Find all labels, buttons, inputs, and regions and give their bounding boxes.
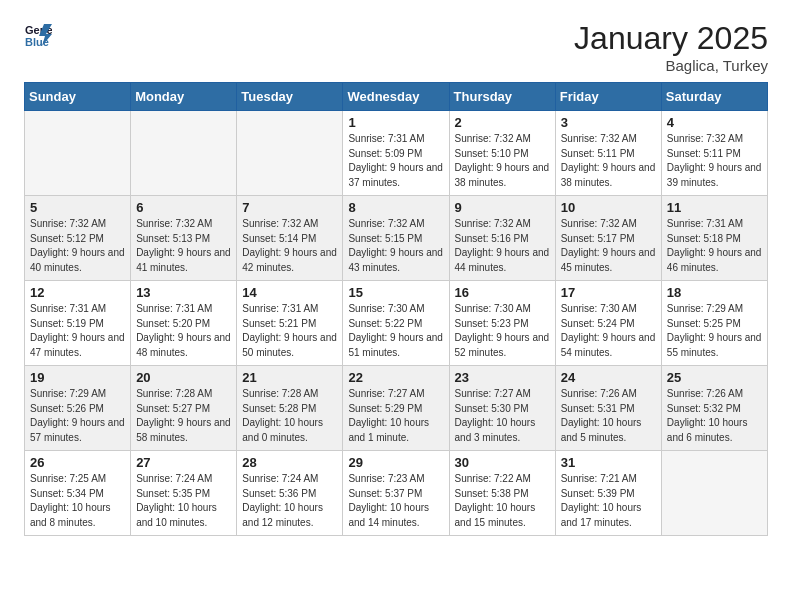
- day-detail: Sunrise: 7:31 AM Sunset: 5:09 PM Dayligh…: [348, 132, 443, 190]
- calendar-cell: 20Sunrise: 7:28 AM Sunset: 5:27 PM Dayli…: [131, 366, 237, 451]
- calendar-cell: 23Sunrise: 7:27 AM Sunset: 5:30 PM Dayli…: [449, 366, 555, 451]
- day-number: 26: [30, 455, 125, 470]
- day-number: 12: [30, 285, 125, 300]
- calendar-cell: [661, 451, 767, 536]
- day-detail: Sunrise: 7:32 AM Sunset: 5:15 PM Dayligh…: [348, 217, 443, 275]
- weekday-header-thursday: Thursday: [449, 83, 555, 111]
- day-detail: Sunrise: 7:31 AM Sunset: 5:20 PM Dayligh…: [136, 302, 231, 360]
- calendar-cell: 28Sunrise: 7:24 AM Sunset: 5:36 PM Dayli…: [237, 451, 343, 536]
- calendar-cell: 9Sunrise: 7:32 AM Sunset: 5:16 PM Daylig…: [449, 196, 555, 281]
- day-number: 3: [561, 115, 656, 130]
- day-detail: Sunrise: 7:31 AM Sunset: 5:18 PM Dayligh…: [667, 217, 762, 275]
- calendar-cell: 21Sunrise: 7:28 AM Sunset: 5:28 PM Dayli…: [237, 366, 343, 451]
- calendar-cell: [131, 111, 237, 196]
- calendar-cell: 1Sunrise: 7:31 AM Sunset: 5:09 PM Daylig…: [343, 111, 449, 196]
- calendar-cell: 7Sunrise: 7:32 AM Sunset: 5:14 PM Daylig…: [237, 196, 343, 281]
- day-detail: Sunrise: 7:22 AM Sunset: 5:38 PM Dayligh…: [455, 472, 550, 530]
- day-detail: Sunrise: 7:29 AM Sunset: 5:25 PM Dayligh…: [667, 302, 762, 360]
- calendar-cell: 25Sunrise: 7:26 AM Sunset: 5:32 PM Dayli…: [661, 366, 767, 451]
- calendar-cell: 14Sunrise: 7:31 AM Sunset: 5:21 PM Dayli…: [237, 281, 343, 366]
- day-number: 31: [561, 455, 656, 470]
- calendar-cell: 11Sunrise: 7:31 AM Sunset: 5:18 PM Dayli…: [661, 196, 767, 281]
- day-number: 22: [348, 370, 443, 385]
- calendar-cell: 30Sunrise: 7:22 AM Sunset: 5:38 PM Dayli…: [449, 451, 555, 536]
- month-title: January 2025: [574, 20, 768, 57]
- location: Baglica, Turkey: [574, 57, 768, 74]
- calendar-cell: [237, 111, 343, 196]
- day-number: 10: [561, 200, 656, 215]
- day-number: 23: [455, 370, 550, 385]
- day-detail: Sunrise: 7:31 AM Sunset: 5:21 PM Dayligh…: [242, 302, 337, 360]
- header: General Blue January 2025 Baglica, Turke…: [24, 20, 768, 74]
- title-block: January 2025 Baglica, Turkey: [574, 20, 768, 74]
- calendar-cell: 5Sunrise: 7:32 AM Sunset: 5:12 PM Daylig…: [25, 196, 131, 281]
- day-detail: Sunrise: 7:32 AM Sunset: 5:11 PM Dayligh…: [561, 132, 656, 190]
- calendar-cell: 18Sunrise: 7:29 AM Sunset: 5:25 PM Dayli…: [661, 281, 767, 366]
- week-row-3: 12Sunrise: 7:31 AM Sunset: 5:19 PM Dayli…: [25, 281, 768, 366]
- day-number: 16: [455, 285, 550, 300]
- weekday-header-friday: Friday: [555, 83, 661, 111]
- logo-icon: General Blue: [24, 20, 52, 48]
- logo: General Blue: [24, 20, 54, 48]
- calendar-cell: 10Sunrise: 7:32 AM Sunset: 5:17 PM Dayli…: [555, 196, 661, 281]
- day-detail: Sunrise: 7:27 AM Sunset: 5:29 PM Dayligh…: [348, 387, 443, 445]
- day-number: 19: [30, 370, 125, 385]
- calendar: SundayMondayTuesdayWednesdayThursdayFrid…: [24, 82, 768, 536]
- day-number: 18: [667, 285, 762, 300]
- day-detail: Sunrise: 7:30 AM Sunset: 5:22 PM Dayligh…: [348, 302, 443, 360]
- day-number: 20: [136, 370, 231, 385]
- weekday-header-saturday: Saturday: [661, 83, 767, 111]
- week-row-1: 1Sunrise: 7:31 AM Sunset: 5:09 PM Daylig…: [25, 111, 768, 196]
- day-detail: Sunrise: 7:32 AM Sunset: 5:12 PM Dayligh…: [30, 217, 125, 275]
- day-number: 29: [348, 455, 443, 470]
- day-number: 28: [242, 455, 337, 470]
- week-row-5: 26Sunrise: 7:25 AM Sunset: 5:34 PM Dayli…: [25, 451, 768, 536]
- day-number: 15: [348, 285, 443, 300]
- calendar-cell: 17Sunrise: 7:30 AM Sunset: 5:24 PM Dayli…: [555, 281, 661, 366]
- day-number: 1: [348, 115, 443, 130]
- calendar-cell: 12Sunrise: 7:31 AM Sunset: 5:19 PM Dayli…: [25, 281, 131, 366]
- calendar-cell: 2Sunrise: 7:32 AM Sunset: 5:10 PM Daylig…: [449, 111, 555, 196]
- weekday-header-tuesday: Tuesday: [237, 83, 343, 111]
- day-detail: Sunrise: 7:26 AM Sunset: 5:32 PM Dayligh…: [667, 387, 762, 445]
- day-number: 6: [136, 200, 231, 215]
- day-number: 7: [242, 200, 337, 215]
- calendar-cell: 22Sunrise: 7:27 AM Sunset: 5:29 PM Dayli…: [343, 366, 449, 451]
- calendar-cell: 15Sunrise: 7:30 AM Sunset: 5:22 PM Dayli…: [343, 281, 449, 366]
- day-detail: Sunrise: 7:21 AM Sunset: 5:39 PM Dayligh…: [561, 472, 656, 530]
- day-detail: Sunrise: 7:26 AM Sunset: 5:31 PM Dayligh…: [561, 387, 656, 445]
- weekday-header-wednesday: Wednesday: [343, 83, 449, 111]
- day-number: 25: [667, 370, 762, 385]
- day-detail: Sunrise: 7:23 AM Sunset: 5:37 PM Dayligh…: [348, 472, 443, 530]
- day-detail: Sunrise: 7:27 AM Sunset: 5:30 PM Dayligh…: [455, 387, 550, 445]
- day-detail: Sunrise: 7:29 AM Sunset: 5:26 PM Dayligh…: [30, 387, 125, 445]
- calendar-cell: 29Sunrise: 7:23 AM Sunset: 5:37 PM Dayli…: [343, 451, 449, 536]
- day-detail: Sunrise: 7:32 AM Sunset: 5:11 PM Dayligh…: [667, 132, 762, 190]
- calendar-cell: 24Sunrise: 7:26 AM Sunset: 5:31 PM Dayli…: [555, 366, 661, 451]
- day-detail: Sunrise: 7:32 AM Sunset: 5:17 PM Dayligh…: [561, 217, 656, 275]
- day-number: 24: [561, 370, 656, 385]
- calendar-cell: 27Sunrise: 7:24 AM Sunset: 5:35 PM Dayli…: [131, 451, 237, 536]
- day-number: 21: [242, 370, 337, 385]
- day-number: 14: [242, 285, 337, 300]
- day-detail: Sunrise: 7:24 AM Sunset: 5:35 PM Dayligh…: [136, 472, 231, 530]
- day-detail: Sunrise: 7:30 AM Sunset: 5:23 PM Dayligh…: [455, 302, 550, 360]
- calendar-cell: 19Sunrise: 7:29 AM Sunset: 5:26 PM Dayli…: [25, 366, 131, 451]
- weekday-header-monday: Monday: [131, 83, 237, 111]
- calendar-cell: 31Sunrise: 7:21 AM Sunset: 5:39 PM Dayli…: [555, 451, 661, 536]
- day-detail: Sunrise: 7:32 AM Sunset: 5:13 PM Dayligh…: [136, 217, 231, 275]
- calendar-cell: 4Sunrise: 7:32 AM Sunset: 5:11 PM Daylig…: [661, 111, 767, 196]
- day-number: 13: [136, 285, 231, 300]
- calendar-cell: 8Sunrise: 7:32 AM Sunset: 5:15 PM Daylig…: [343, 196, 449, 281]
- day-detail: Sunrise: 7:32 AM Sunset: 5:10 PM Dayligh…: [455, 132, 550, 190]
- day-number: 27: [136, 455, 231, 470]
- day-detail: Sunrise: 7:28 AM Sunset: 5:28 PM Dayligh…: [242, 387, 337, 445]
- day-detail: Sunrise: 7:25 AM Sunset: 5:34 PM Dayligh…: [30, 472, 125, 530]
- day-detail: Sunrise: 7:24 AM Sunset: 5:36 PM Dayligh…: [242, 472, 337, 530]
- day-number: 30: [455, 455, 550, 470]
- weekday-header-sunday: Sunday: [25, 83, 131, 111]
- calendar-cell: 6Sunrise: 7:32 AM Sunset: 5:13 PM Daylig…: [131, 196, 237, 281]
- day-number: 5: [30, 200, 125, 215]
- day-detail: Sunrise: 7:31 AM Sunset: 5:19 PM Dayligh…: [30, 302, 125, 360]
- day-detail: Sunrise: 7:28 AM Sunset: 5:27 PM Dayligh…: [136, 387, 231, 445]
